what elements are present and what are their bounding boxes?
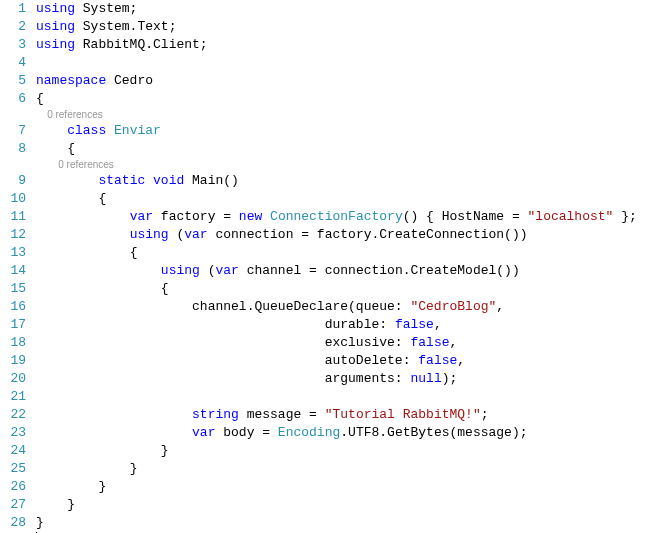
line-number: 28 bbox=[0, 514, 26, 532]
codelens-references[interactable]: 0 references bbox=[36, 158, 663, 172]
code-editor[interactable]: 1 2 3 4 5 6 7 8 9 10 11 12 13 14 15 16 1… bbox=[0, 0, 663, 533]
brace: } bbox=[161, 443, 169, 458]
brace: { bbox=[161, 281, 169, 296]
code-text: connection = factory.CreateConnection()) bbox=[208, 227, 528, 242]
code-line[interactable]: using System.Text; bbox=[36, 18, 663, 36]
code-line[interactable]: durable: false, bbox=[36, 316, 663, 334]
brace: { bbox=[98, 191, 106, 206]
keyword: false bbox=[418, 353, 457, 368]
code-line[interactable]: using (var channel = connection.CreateMo… bbox=[36, 262, 663, 280]
code-line[interactable]: autoDelete: false, bbox=[36, 352, 663, 370]
code-line[interactable]: } bbox=[36, 460, 663, 478]
line-number: 4 bbox=[0, 54, 26, 72]
code-text: channel = connection.CreateModel()) bbox=[239, 263, 520, 278]
brace: } bbox=[130, 461, 138, 476]
code-line[interactable] bbox=[36, 388, 663, 406]
keyword: static bbox=[98, 173, 145, 188]
line-number-gutter: 1 2 3 4 5 6 7 8 9 10 11 12 13 14 15 16 1… bbox=[0, 0, 36, 533]
code-line[interactable]: } bbox=[36, 442, 663, 460]
code-text: Cedro bbox=[106, 73, 153, 88]
line-number: 3 bbox=[0, 36, 26, 54]
codelens-references[interactable]: 0 references bbox=[36, 108, 663, 122]
line-number: 15 bbox=[0, 280, 26, 298]
code-text: ( bbox=[169, 227, 185, 242]
code-line[interactable]: exclusive: false, bbox=[36, 334, 663, 352]
code-line[interactable]: namespace Cedro bbox=[36, 72, 663, 90]
code-line[interactable]: arguments: null); bbox=[36, 370, 663, 388]
code-text: autoDelete: bbox=[325, 353, 419, 368]
line-number: 7 bbox=[0, 122, 26, 140]
brace: { bbox=[67, 141, 75, 156]
line-number: 13 bbox=[0, 244, 26, 262]
code-line[interactable]: var factory = new ConnectionFactory() { … bbox=[36, 208, 663, 226]
keyword: using bbox=[161, 263, 200, 278]
code-text: durable: bbox=[325, 317, 395, 332]
code-line[interactable]: } bbox=[36, 478, 663, 496]
line-number: 6 bbox=[0, 90, 26, 108]
code-text: () { HostName = bbox=[403, 209, 528, 224]
code-text: ( bbox=[200, 263, 216, 278]
keyword: namespace bbox=[36, 73, 106, 88]
keyword: using bbox=[36, 19, 75, 34]
code-line[interactable]: channel.QueueDeclare(queue: "CedroBlog", bbox=[36, 298, 663, 316]
code-text: .UTF8.GetBytes(message); bbox=[340, 425, 527, 440]
code-text: , bbox=[496, 299, 504, 314]
code-line[interactable]: { bbox=[36, 244, 663, 262]
code-line[interactable]: string message = "Tutorial RabbitMQ!"; bbox=[36, 406, 663, 424]
code-line[interactable]: { bbox=[36, 190, 663, 208]
code-line[interactable]: class Enviar bbox=[36, 122, 663, 140]
code-text: factory = bbox=[153, 209, 239, 224]
line-number: 20 bbox=[0, 370, 26, 388]
keyword: false bbox=[395, 317, 434, 332]
type-name: ConnectionFactory bbox=[270, 209, 403, 224]
code-text: arguments: bbox=[325, 371, 411, 386]
line-number: 1 bbox=[0, 0, 26, 18]
code-text: exclusive: bbox=[325, 335, 411, 350]
line-number: 16 bbox=[0, 298, 26, 316]
keyword: var bbox=[184, 227, 207, 242]
string-literal: "localhost" bbox=[528, 209, 614, 224]
line-number: 18 bbox=[0, 334, 26, 352]
keyword: class bbox=[67, 123, 106, 138]
code-text: RabbitMQ.Client; bbox=[75, 37, 208, 52]
line-number: 17 bbox=[0, 316, 26, 334]
code-line[interactable]: using (var connection = factory.CreateCo… bbox=[36, 226, 663, 244]
brace: } bbox=[36, 515, 44, 530]
code-line[interactable]: } bbox=[36, 496, 663, 514]
line-number: 27 bbox=[0, 496, 26, 514]
keyword: var bbox=[192, 425, 215, 440]
line-number: 14 bbox=[0, 262, 26, 280]
string-literal: "CedroBlog" bbox=[410, 299, 496, 314]
line-number: 26 bbox=[0, 478, 26, 496]
keyword: using bbox=[36, 1, 75, 16]
code-line[interactable]: using RabbitMQ.Client; bbox=[36, 36, 663, 54]
keyword: string bbox=[192, 407, 239, 422]
code-text: Main() bbox=[184, 173, 239, 188]
code-line[interactable]: { bbox=[36, 140, 663, 158]
code-text: , bbox=[434, 317, 442, 332]
keyword: null bbox=[410, 371, 441, 386]
brace: { bbox=[36, 91, 44, 106]
keyword: false bbox=[410, 335, 449, 350]
code-line[interactable]: var body = Encoding.UTF8.GetBytes(messag… bbox=[36, 424, 663, 442]
keyword: using bbox=[36, 37, 75, 52]
code-line[interactable]: static void Main() bbox=[36, 172, 663, 190]
code-line[interactable]: } bbox=[36, 514, 663, 532]
brace: } bbox=[98, 479, 106, 494]
keyword: var bbox=[215, 263, 238, 278]
string-literal: "Tutorial RabbitMQ!" bbox=[325, 407, 481, 422]
line-number: 12 bbox=[0, 226, 26, 244]
code-line[interactable]: { bbox=[36, 90, 663, 108]
type-name: Encoding bbox=[278, 425, 340, 440]
line-number: 10 bbox=[0, 190, 26, 208]
line-number: 25 bbox=[0, 460, 26, 478]
keyword: void bbox=[153, 173, 184, 188]
code-line[interactable]: using System; bbox=[36, 0, 663, 18]
code-line[interactable]: { bbox=[36, 280, 663, 298]
code-text: ; bbox=[481, 407, 489, 422]
code-line[interactable] bbox=[36, 54, 663, 72]
line-number: 8 bbox=[0, 140, 26, 158]
line-number: 22 bbox=[0, 406, 26, 424]
code-area[interactable]: using System; using System.Text; using R… bbox=[36, 0, 663, 533]
code-text: }; bbox=[613, 209, 636, 224]
